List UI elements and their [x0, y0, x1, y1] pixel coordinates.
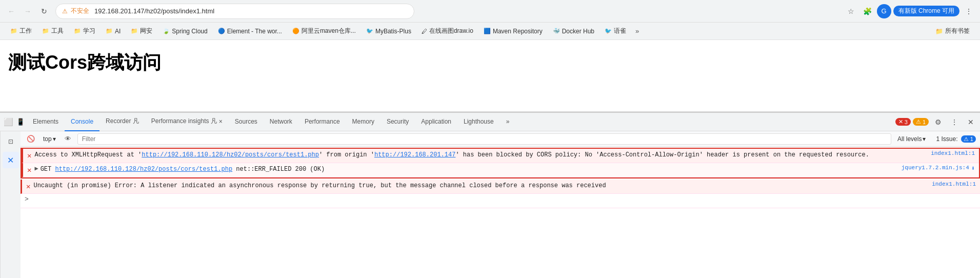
tab-elements[interactable]: Elements: [27, 113, 65, 131]
browser-actions: ☆ 🧩 G 有新版 Chrome 可用 ⋮: [844, 4, 976, 18]
error-icon-2: ✕: [27, 166, 31, 174]
more-bookmarks-button[interactable]: »: [632, 26, 642, 36]
console-text-promise-error: Uncaught (in promise) Error: A listener …: [33, 181, 928, 190]
warn-icon: ⚠: [916, 118, 921, 125]
console-row-cors-error: ✕ Access to XMLHttpRequest at 'http://19…: [22, 149, 979, 163]
profile-menu-button[interactable]: G: [877, 4, 891, 18]
tab-performance[interactable]: Performance: [298, 113, 346, 131]
tab-network[interactable]: Network: [264, 113, 298, 131]
nav-buttons: ← → ↻: [4, 4, 51, 18]
drawio-icon: 🖊: [422, 28, 427, 34]
cors-link-1[interactable]: http://192.168.110.128/hz02/posts/cors/t…: [142, 151, 319, 158]
devtools-inspect-button[interactable]: ⬜: [2, 116, 14, 128]
page-content: 测试Cors跨域访问: [0, 40, 980, 112]
extensions-button[interactable]: 🧩: [861, 4, 875, 18]
side-errors-icon[interactable]: ✕: [3, 152, 19, 168]
log-levels-selector[interactable]: All levels ▾: [894, 134, 929, 144]
tab-console[interactable]: Console: [65, 113, 99, 131]
folder-icon: 📁: [74, 28, 81, 34]
devtools-body: ⊡ ✕ 🚫 top ▾ 👁 All levels ▾ 1 Issue: ⚠: [0, 131, 980, 278]
get-link[interactable]: http://192.168.110.128/hz02/posts/cors/t…: [55, 166, 232, 173]
all-bookmarks-button[interactable]: 📁 所有书签: [931, 25, 974, 37]
warn-count-badge: ⚠ 1: [913, 118, 929, 126]
devtools-toolbar: 🚫 top ▾ 👁 All levels ▾ 1 Issue: ⚠ 1: [21, 131, 980, 147]
download-source-button[interactable]: ⬇: [969, 165, 975, 172]
spring-icon: 🍃: [163, 28, 170, 34]
folder-icon: 📁: [42, 28, 49, 34]
get-error-source[interactable]: jquery1.7.2.min.js:4: [897, 165, 969, 171]
console-filter-input[interactable]: [77, 133, 891, 145]
back-button[interactable]: ←: [4, 4, 18, 18]
bookmark-yuque[interactable]: 🐦 语雀: [601, 25, 630, 37]
devtools-side-panel: ⊡ ✕: [0, 131, 21, 278]
bookmark-element[interactable]: 🔵 Element - The wor...: [214, 26, 286, 36]
tab-more[interactable]: »: [500, 113, 516, 131]
devtools-panel: ⬜ 📱 Elements Console Recorder 凡 Performa…: [0, 112, 980, 278]
insecure-label: 不安全: [71, 7, 89, 15]
dropdown-icon: ▾: [53, 135, 56, 143]
console-row-get-error: ✕ ▶ GET http://192.168.110.128/hz02/post…: [22, 163, 979, 177]
console-text-get-error: GET http://192.168.110.128/hz02/posts/co…: [41, 165, 897, 174]
profile-avatar: G: [877, 4, 891, 18]
console-row-promise-error: ✕ Uncaught (in promise) Error: A listene…: [21, 180, 980, 194]
devtools-device-button[interactable]: 📱: [14, 116, 27, 128]
console-text-cors-error: Access to XMLHttpRequest at 'http://192.…: [34, 150, 927, 160]
close-performance-insights[interactable]: ×: [219, 118, 223, 125]
folder-icon: 📁: [106, 28, 113, 34]
devtools-more-button[interactable]: ⋮: [947, 115, 962, 129]
cors-link-2[interactable]: http://192.168.201.147: [374, 151, 455, 158]
tab-recorder[interactable]: Recorder 凡: [99, 113, 145, 131]
bookmark-gongzuo[interactable]: 📁 工作: [6, 25, 36, 37]
devtools-settings-button[interactable]: ⚙: [931, 115, 945, 129]
issue-count: 1 Issue: ⚠ 1: [936, 135, 976, 143]
promise-error-source[interactable]: index1.html:1: [928, 181, 976, 187]
error-icon: ✕: [27, 151, 31, 160]
tab-application[interactable]: Application: [415, 113, 457, 131]
bookmark-aliyun[interactable]: 🟠 阿里云maven仓库...: [288, 25, 360, 37]
update-badge[interactable]: 有新版 Chrome 可用: [893, 6, 959, 16]
aliyun-icon: 🟠: [292, 28, 299, 34]
maven-icon: 🟦: [484, 28, 491, 34]
address-bar[interactable]: ⚠ 不安全 192.168.201.147/hz02/posts/index1.…: [55, 4, 414, 19]
console-caret: >: [25, 195, 29, 203]
context-selector[interactable]: top ▾: [40, 134, 59, 144]
bookmark-wangan[interactable]: 📁 网安: [127, 25, 156, 37]
devtools-close-button[interactable]: ✕: [964, 115, 978, 129]
page-title: 测试Cors跨域访问: [8, 50, 972, 75]
settings-button[interactable]: ⋮: [962, 4, 976, 18]
tab-performance-insights[interactable]: Performance insights 凡 ×: [145, 113, 229, 131]
bookmark-gongju[interactable]: 📁 工具: [38, 25, 68, 37]
error-x-icon: ✕: [898, 118, 903, 125]
folder-icon: 📁: [131, 28, 138, 34]
live-expressions-button[interactable]: 👁: [62, 133, 74, 145]
bookmark-maven[interactable]: 🟦 Maven Repository: [479, 26, 547, 36]
refresh-button[interactable]: ↻: [37, 4, 51, 18]
tab-memory[interactable]: Memory: [346, 113, 381, 131]
bookmark-xuexi[interactable]: 📁 学习: [70, 25, 99, 37]
tab-lighthouse[interactable]: Lighthouse: [457, 113, 500, 131]
issue-badge: ⚠ 1: [961, 135, 976, 143]
bookmark-drawio[interactable]: 🖊 在线画图draw.io: [417, 25, 477, 37]
expand-arrow[interactable]: ▶: [34, 165, 38, 172]
bookmark-ai[interactable]: 📁 AI: [102, 26, 125, 36]
levels-dropdown-icon: ▾: [923, 135, 926, 143]
console-output: ✕ Access to XMLHttpRequest at 'http://19…: [21, 147, 980, 278]
side-context-icon[interactable]: ⊡: [3, 133, 19, 150]
yuque-icon: 🐦: [605, 28, 612, 34]
bookmark-mybatis[interactable]: 🐦 MyBatis-Plus: [362, 26, 415, 36]
bookmark-docker[interactable]: 🐳 Docker Hub: [549, 26, 598, 36]
folder-icon: 📁: [10, 28, 17, 34]
devtools-tabs: ⬜ 📱 Elements Console Recorder 凡 Performa…: [0, 113, 980, 131]
cors-error-source[interactable]: index1.html:1: [927, 150, 975, 156]
forward-button[interactable]: →: [21, 4, 35, 18]
devtools-tab-actions: ✕ 3 ⚠ 1 ⚙ ⋮ ✕: [895, 115, 978, 129]
bookmark-spring-cloud[interactable]: 🍃 Spring Cloud: [158, 26, 211, 36]
tab-security[interactable]: Security: [381, 113, 415, 131]
star-button[interactable]: ☆: [844, 4, 858, 18]
element-icon: 🔵: [218, 28, 225, 34]
error-count-badge: ✕ 3: [895, 118, 911, 126]
bookmarks-folder-icon: 📁: [935, 28, 943, 35]
clear-console-button[interactable]: 🚫: [25, 133, 37, 145]
tab-sources[interactable]: Sources: [229, 113, 264, 131]
error-icon-3: ✕: [26, 182, 30, 191]
